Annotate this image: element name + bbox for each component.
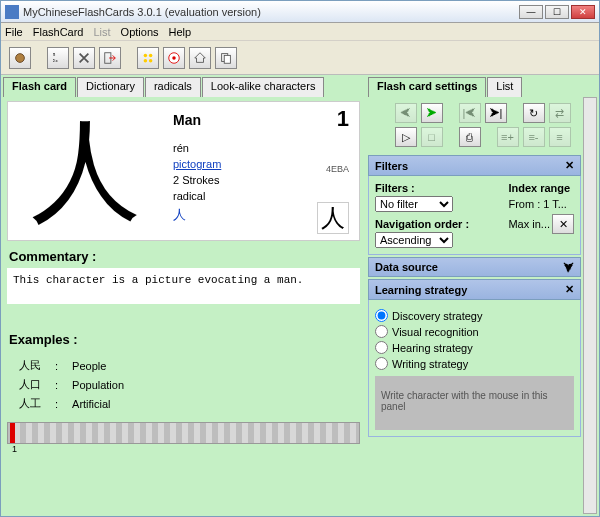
list-add-icon: ≡+ xyxy=(497,127,519,147)
toolbar-stats-icon[interactable]: x̄Σx xyxy=(47,47,69,69)
svg-rect-11 xyxy=(224,55,230,63)
shuffle-icon: ⇄ xyxy=(549,103,571,123)
nav-button-panel: ⮜ ⮞ |⮜ ⮞| ↻ ⇄ ▷ □ ⎙ ≡+ ≡- ≡ xyxy=(368,97,597,153)
toolbar-favorites-icon[interactable] xyxy=(137,47,159,69)
radical-small[interactable]: 人 xyxy=(173,207,186,222)
flashcard-body: 人 1 4EBA Man rén pictogram 2 Strokes rad… xyxy=(3,97,364,514)
navorder-label: Navigation order : xyxy=(375,218,469,230)
left-pane: Flash card Dictionary radicals Look-alik… xyxy=(1,75,366,516)
stop-icon: □ xyxy=(421,127,443,147)
app-icon xyxy=(5,5,19,19)
minimize-button[interactable]: — xyxy=(519,5,543,19)
filters-label: Filters : xyxy=(375,182,469,194)
example-row: 人民:People xyxy=(13,357,130,374)
refresh-icon[interactable]: ↻ xyxy=(523,103,545,123)
svg-text:x̄: x̄ xyxy=(53,52,56,57)
card-number: 1 xyxy=(337,106,349,132)
tab-list[interactable]: List xyxy=(487,77,522,97)
menubar: File FlashCard List Options Help xyxy=(1,23,599,41)
writing-panel[interactable]: Write character with the mouse in this p… xyxy=(375,376,574,430)
print-icon[interactable]: ⎙ xyxy=(459,127,481,147)
radio-hearing[interactable] xyxy=(375,341,388,354)
maximize-button[interactable]: ☐ xyxy=(545,5,569,19)
menu-file[interactable]: File xyxy=(5,26,23,38)
toolbar-home-icon[interactable] xyxy=(189,47,211,69)
pinyin: rén xyxy=(173,142,349,154)
progress-marker[interactable] xyxy=(10,423,15,443)
tab-flashcard[interactable]: Flash card xyxy=(3,77,76,97)
tab-lookalike[interactable]: Look-alike characters xyxy=(202,77,325,97)
radio-writing[interactable] xyxy=(375,357,388,370)
toolbar-sound-icon[interactable] xyxy=(9,47,31,69)
svg-point-4 xyxy=(144,53,148,57)
commentary-text: This character is a picture evocating a … xyxy=(7,268,360,304)
radio-discovery[interactable] xyxy=(375,309,388,322)
navorder-select[interactable]: Ascending xyxy=(375,232,453,248)
collapse-icon: ✕ xyxy=(565,159,574,172)
menu-help[interactable]: Help xyxy=(169,26,192,38)
toolbar-copy-icon[interactable] xyxy=(215,47,237,69)
svg-text:Σx: Σx xyxy=(53,58,59,63)
unicode-label: 4EBA xyxy=(326,164,349,174)
svg-point-0 xyxy=(16,53,25,62)
to-label: T... xyxy=(552,198,567,210)
scrollbar[interactable] xyxy=(583,97,597,514)
indexrange-label: Index range xyxy=(508,182,574,194)
from-value: 1 xyxy=(543,198,549,210)
play-icon[interactable]: ▷ xyxy=(395,127,417,147)
menu-list: List xyxy=(93,26,110,38)
example-row: 人工:Artificial xyxy=(13,395,130,412)
progress-bar[interactable]: 1 xyxy=(7,422,360,444)
learning-header[interactable]: Learning strategy ✕ xyxy=(368,279,581,300)
stroke-count: 2 Strokes xyxy=(173,174,349,186)
radical-glyph: 人 xyxy=(317,202,349,234)
nav-last-icon[interactable]: ⮞| xyxy=(485,103,507,123)
filters-header[interactable]: Filters ✕ xyxy=(368,155,581,176)
svg-point-9 xyxy=(172,56,176,60)
left-tabs: Flash card Dictionary radicals Look-alik… xyxy=(3,77,364,97)
toolbar-tools-icon[interactable] xyxy=(73,47,95,69)
list-remove-icon: ≡- xyxy=(523,127,545,147)
toolbar: x̄Σx xyxy=(1,41,599,75)
menu-options[interactable]: Options xyxy=(121,26,159,38)
maxin-settings-icon[interactable]: ✕ xyxy=(552,214,574,234)
close-button[interactable]: ✕ xyxy=(571,5,595,19)
nav-next-icon[interactable]: ⮞ xyxy=(421,103,443,123)
nav-first-icon: |⮜ xyxy=(459,103,481,123)
list-view-icon: ≡ xyxy=(549,127,571,147)
tab-settings[interactable]: Flash card settings xyxy=(368,77,486,97)
maxin-label: Max in... xyxy=(508,218,550,230)
tab-dictionary[interactable]: Dictionary xyxy=(77,77,144,97)
example-row: 人口:Population xyxy=(13,376,130,393)
etymology-link[interactable]: pictogram xyxy=(173,158,221,170)
tab-radicals[interactable]: radicals xyxy=(145,77,201,97)
examples-table: 人民:People 人口:Population 人工:Artificial xyxy=(11,355,356,414)
toolbar-exit-icon[interactable] xyxy=(99,47,121,69)
svg-point-5 xyxy=(149,53,153,57)
commentary-header: Commentary : xyxy=(9,249,360,264)
from-label: From : xyxy=(508,198,540,210)
svg-point-6 xyxy=(144,58,148,62)
titlebar: MyChineseFlashCards 3.0.1 (evaluation ve… xyxy=(1,1,599,23)
nav-prev-icon: ⮜ xyxy=(395,103,417,123)
meaning: Man xyxy=(173,112,349,128)
examples-header: Examples : xyxy=(9,332,360,347)
filters-select[interactable]: No filter xyxy=(375,196,453,212)
main-glyph: 人 xyxy=(31,116,141,226)
collapse-icon: ✕ xyxy=(565,283,574,296)
toolbar-help-icon[interactable] xyxy=(163,47,185,69)
radio-visual[interactable] xyxy=(375,325,388,338)
progress-current: 1 xyxy=(12,444,17,454)
right-tabs: Flash card settings List xyxy=(368,77,597,97)
svg-point-7 xyxy=(149,58,153,62)
window-title: MyChineseFlashCards 3.0.1 (evaluation ve… xyxy=(23,6,519,18)
main-glyph-box: 人 xyxy=(8,102,163,240)
menu-flashcard[interactable]: FlashCard xyxy=(33,26,84,38)
datasource-header[interactable]: Data source ⮟ xyxy=(368,257,581,277)
radical-label: radical xyxy=(173,190,205,202)
right-pane: Flash card settings List ⮜ ⮞ |⮜ ⮞| ↻ ⇄ ▷… xyxy=(366,75,599,516)
expand-icon: ⮟ xyxy=(563,261,574,273)
